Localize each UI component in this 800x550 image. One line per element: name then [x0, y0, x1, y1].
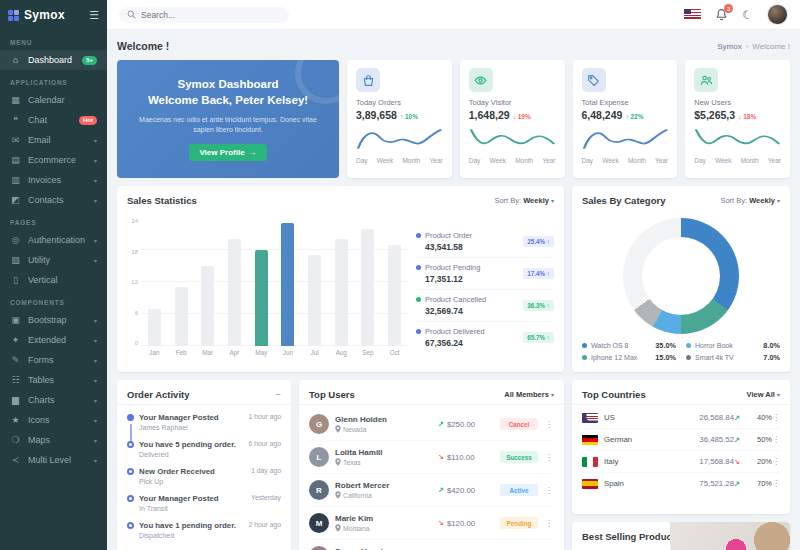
order-activity-title: Order Activity [127, 389, 189, 400]
sidebar-item-utility[interactable]: ▧Utility▾ [0, 250, 107, 270]
notifications-button[interactable]: 3 [715, 8, 728, 21]
order-activity-item: Your Manager PostedIn TransitYesterday [127, 494, 281, 512]
app-logo-icon [8, 10, 19, 21]
search-box[interactable] [119, 7, 289, 23]
kebab-menu-icon[interactable]: ⋮ [544, 453, 554, 462]
period-tab-month[interactable]: Month [741, 157, 759, 164]
category-sort-dropdown[interactable]: Sort By: Weekly ▾ [720, 196, 780, 205]
period-tab-year[interactable]: Year [768, 157, 781, 164]
kebab-menu-icon[interactable]: ⋮ [772, 435, 780, 444]
sidebar-item-email[interactable]: ✉Email▾ [0, 130, 107, 150]
bar-chart-x-axis: JanFebMarAprMayJunJulAugSepOct [141, 349, 408, 356]
bar-mar[interactable] [201, 266, 214, 346]
sidebar-item-extended[interactable]: ✦Extended▾ [0, 330, 107, 350]
kebab-menu-icon[interactable]: ⋮ [772, 457, 780, 466]
y-tick: 18 [127, 249, 138, 255]
sidebar-section-menu: MENU [0, 30, 107, 50]
period-tab-week[interactable]: Week [715, 157, 732, 164]
period-tab-day[interactable]: Day [582, 157, 594, 164]
period-tab-month[interactable]: Month [628, 157, 646, 164]
trend-up-icon: ↗ [734, 480, 748, 488]
period-tab-week[interactable]: Week [377, 157, 394, 164]
bar-may[interactable] [255, 250, 268, 346]
period-tab-month[interactable]: Month [515, 157, 533, 164]
period-tab-year[interactable]: Year [655, 157, 668, 164]
kebab-menu-icon[interactable]: ⋮ [772, 413, 780, 422]
sidebar-item-label: Invoices [28, 175, 87, 185]
period-tab-month[interactable]: Month [402, 157, 420, 164]
status-badge: Success [500, 451, 538, 463]
sidebar-item-invoices[interactable]: ▥Invoices▾ [0, 170, 107, 190]
legend-value: 17,351.12 [425, 274, 523, 284]
search-input[interactable] [141, 10, 281, 20]
view-all-dropdown[interactable]: View All ▾ [747, 390, 780, 399]
breadcrumb-root[interactable]: Symox [717, 42, 741, 51]
activity-subtitle: Pick Up [139, 478, 251, 485]
sidebar-item-dashboard[interactable]: ⌂Dashboard5+ [0, 50, 107, 70]
sidebar-item-ecommerce[interactable]: ▤Ecommerce▾ [0, 150, 107, 170]
sidebar-item-bootstrap[interactable]: ▣Bootstrap▾ [0, 310, 107, 330]
sidebar-section-components: COMPONENTS [0, 290, 107, 310]
period-tab-day[interactable]: Day [356, 157, 368, 164]
kebab-menu-icon[interactable]: ⋮ [544, 420, 554, 429]
sales-sort-dropdown[interactable]: Sort By: Weekly ▾ [494, 196, 554, 205]
sales-legend-text: Product Pending17,351.12 [416, 263, 523, 284]
app-logo-text[interactable]: Symox [24, 8, 84, 22]
sidebar-item-charts[interactable]: ▆Charts▾ [0, 390, 107, 410]
hamburger-menu-icon[interactable]: ☰ [89, 9, 99, 22]
collapse-icon[interactable]: − [275, 389, 281, 400]
order-activity-item: You have 5 pending order.Delivered6 hour… [127, 440, 281, 458]
kebab-menu-icon[interactable]: ⋮ [544, 519, 554, 528]
sidebar-item-tables[interactable]: ☷Tables▾ [0, 370, 107, 390]
sidebar-item-authentication[interactable]: ◎Authentication▾ [0, 230, 107, 250]
bar-jul[interactable] [308, 255, 321, 346]
sidebar-item-icons[interactable]: ★Icons▾ [0, 410, 107, 430]
bar-column [248, 218, 275, 346]
timeline-dot-icon [127, 441, 134, 448]
amount-value: $250.00 [447, 420, 475, 429]
period-tab-day[interactable]: Day [469, 157, 481, 164]
period-tab-year[interactable]: Year [542, 157, 555, 164]
amount-value: $420.00 [447, 486, 475, 495]
bar-oct[interactable] [388, 245, 401, 346]
sidebar-item-contacts[interactable]: ◩Contacts▾ [0, 190, 107, 210]
user-avatar[interactable] [767, 4, 788, 25]
sidebar-item-forms[interactable]: ✎Forms▾ [0, 350, 107, 370]
sales-legend-name: Product Delivered [416, 327, 523, 336]
authentication-icon: ◎ [10, 235, 21, 245]
period-tab-day[interactable]: Day [694, 157, 706, 164]
period-tab-year[interactable]: Year [430, 157, 443, 164]
kebab-menu-icon[interactable]: ⋮ [544, 486, 554, 495]
dark-mode-icon[interactable]: ☾ [742, 8, 753, 22]
bar-sep[interactable] [361, 229, 374, 346]
status-badge: Active [500, 484, 538, 496]
chevron-down-icon: ▾ [94, 417, 97, 424]
bar-jan[interactable] [148, 309, 161, 346]
top-user-row: LLolita HamillTexas↘$110.00Success⋮ [309, 441, 554, 474]
view-profile-button[interactable]: View Profile → [189, 144, 266, 161]
period-tab-week[interactable]: Week [489, 157, 506, 164]
sales-by-category-title: Sales By Category [582, 195, 665, 206]
kebab-menu-icon[interactable]: ⋮ [772, 479, 780, 488]
category-legend-item: Iphone 12 Max15.0% [582, 353, 676, 362]
sidebar-item-vertical[interactable]: ▯Vertical [0, 270, 107, 290]
trend-up-icon: ↗ [734, 414, 748, 422]
sidebar-item-label: Multi Level [28, 455, 87, 465]
sidebar-item-label: Bootstrap [28, 315, 87, 325]
period-tab-week[interactable]: Week [602, 157, 619, 164]
sidebar-item-multi-level[interactable]: ≺Multi Level▾ [0, 450, 107, 470]
language-flag-icon[interactable] [684, 9, 701, 20]
sidebar-item-calendar[interactable]: ▦Calendar [0, 90, 107, 110]
sidebar-item-chat[interactable]: ❝ChatHot [0, 110, 107, 130]
sales-legend-name: Product Order [416, 231, 523, 240]
sidebar-item-maps[interactable]: ❍Maps▾ [0, 430, 107, 450]
members-filter-dropdown[interactable]: All Members ▾ [504, 390, 554, 399]
trend-up-icon: ↗ [438, 420, 444, 428]
sidebar-item-label: Ecommerce [28, 155, 87, 165]
bar-feb[interactable] [175, 287, 188, 346]
x-tick-oct: Oct [381, 349, 408, 356]
country-value: 17,568.84 [699, 457, 734, 466]
bar-aug[interactable] [335, 239, 348, 346]
bar-jun[interactable] [281, 223, 294, 346]
bar-apr[interactable] [228, 239, 241, 346]
